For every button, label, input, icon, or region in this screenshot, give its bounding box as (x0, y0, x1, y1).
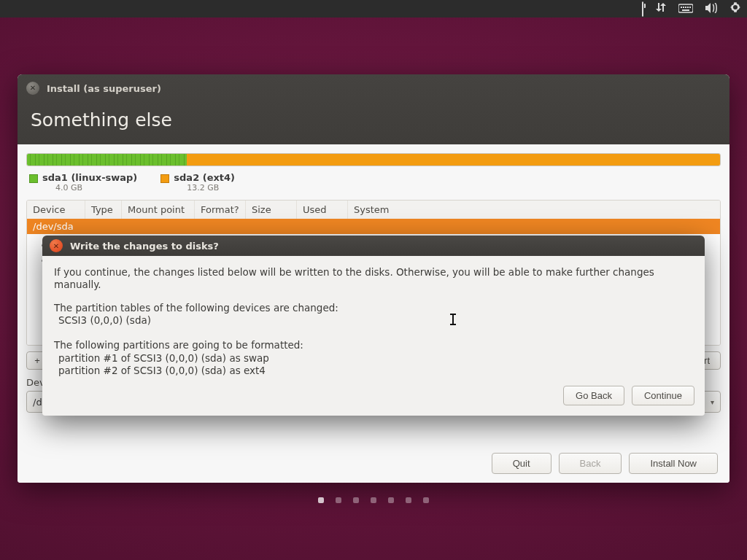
dialog-text: partition #1 of SCSI3 (0,0,0) (sda) as s… (58, 352, 693, 365)
pager (0, 497, 747, 503)
dialog-body: If you continue, the changes listed belo… (42, 256, 705, 386)
dialog-footer: Go Back Continue (42, 386, 705, 416)
dialog-titlebar: ✕ Write the changes to disks? (42, 236, 705, 256)
keyboard-icon[interactable] (678, 2, 693, 16)
pager-dot[interactable] (423, 497, 429, 503)
dialog-title: Write the changes to disks? (70, 241, 219, 252)
svg-rect-6 (682, 9, 689, 11)
legend-label: sda1 (linux-swap) (42, 172, 137, 183)
quit-button[interactable]: Quit (492, 453, 551, 474)
chevron-down-icon: ▾ (711, 398, 714, 406)
th-format[interactable]: Format? (195, 201, 246, 219)
pager-dot[interactable] (353, 497, 359, 503)
partition-legend: sda1 (linux-swap) 4.0 GB sda2 (ext4) 13.… (29, 172, 718, 192)
legend-swatch-green (29, 174, 38, 183)
dialog-text: SCSI3 (0,0,0) (sda) (58, 314, 693, 327)
network-icon[interactable] (655, 1, 667, 16)
dialog-close-icon[interactable]: ✕ (50, 239, 63, 252)
table-row[interactable]: /dev/sda (27, 219, 720, 234)
pager-dot[interactable] (371, 497, 376, 503)
legend-size: 4.0 GB (55, 183, 137, 192)
pager-dot[interactable] (336, 497, 341, 503)
legend-label: sda2 (ext4) (174, 172, 235, 183)
usage-seg-ext4 (187, 154, 721, 166)
svg-rect-4 (687, 7, 689, 8)
svg-rect-5 (689, 7, 691, 8)
install-now-button[interactable]: Install Now (629, 453, 718, 474)
back-button[interactable]: Back (559, 453, 622, 474)
window-title: Install (as superuser) (47, 83, 161, 94)
th-device[interactable]: Device (27, 201, 85, 219)
table-header: Device Type Mount point Format? Size Use… (27, 201, 720, 219)
th-size[interactable]: Size (246, 201, 297, 219)
legend-swatch-orange (160, 174, 169, 183)
battery-icon[interactable] (642, 2, 643, 16)
wizard-footer: Quit Back Install Now (18, 443, 729, 483)
gear-icon[interactable] (729, 1, 741, 16)
go-back-button[interactable]: Go Back (563, 386, 624, 405)
top-panel (0, 0, 747, 18)
pager-dot[interactable] (318, 497, 324, 503)
partition-usage-bar (26, 153, 721, 166)
window-close-icon[interactable]: ✕ (26, 82, 39, 95)
th-used[interactable]: Used (297, 201, 348, 219)
window-titlebar: ✕ Install (as superuser) Something else (18, 74, 729, 144)
svg-rect-3 (685, 7, 686, 8)
legend-size: 13.2 GB (187, 183, 235, 192)
dialog-text: If you continue, the changes listed belo… (54, 266, 693, 292)
confirm-dialog: ✕ Write the changes to disks? If you con… (42, 236, 705, 416)
volume-icon[interactable] (705, 2, 718, 16)
page-heading: Something else (31, 109, 718, 131)
pager-dot[interactable] (406, 497, 411, 503)
dialog-text: The following partitions are going to be… (54, 339, 693, 351)
usage-seg-swap (27, 154, 187, 166)
pager-dot[interactable] (388, 497, 394, 503)
th-system[interactable]: System (348, 201, 720, 219)
svg-rect-1 (681, 7, 682, 8)
dialog-text: The partition tables of the following de… (54, 302, 693, 314)
svg-rect-0 (678, 4, 693, 12)
svg-rect-2 (683, 7, 684, 8)
dialog-text: partition #2 of SCSI3 (0,0,0) (sda) as e… (58, 365, 693, 377)
th-mount[interactable]: Mount point (122, 201, 195, 219)
th-type[interactable]: Type (85, 201, 122, 219)
continue-button[interactable]: Continue (632, 386, 694, 405)
